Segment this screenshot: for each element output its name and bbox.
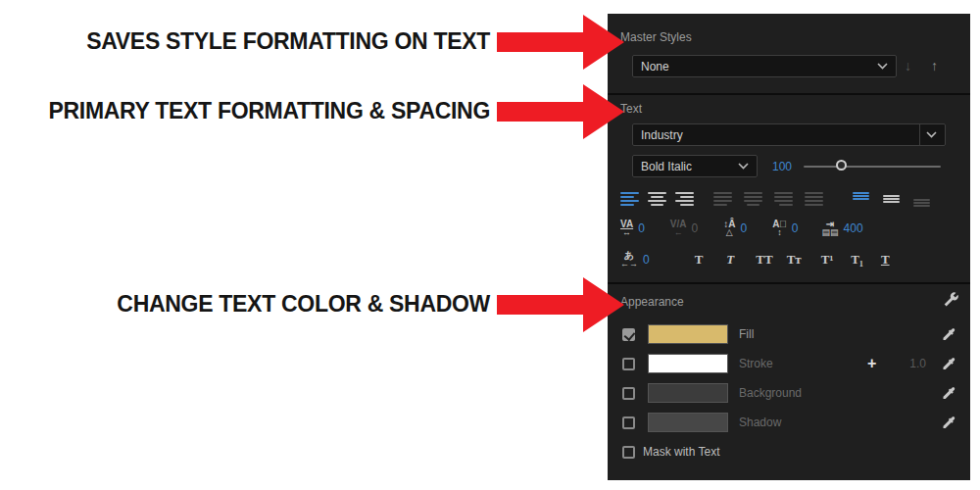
arrow-body [497,102,583,122]
subscript-button[interactable]: T₁ [851,252,863,268]
chevron-down-icon [738,163,749,170]
superscript-button[interactable]: T¹ [821,252,834,268]
tutorial-graphic: SAVES STYLE FORMATTING ON TEXT PRIMARY T… [0,0,980,490]
alignment-toolbar [620,188,957,210]
section-divider [608,93,970,95]
justify-all-button[interactable] [805,192,823,207]
align-left-button[interactable] [620,192,639,207]
arrow-icon [497,277,624,332]
tracking-control[interactable]: VA↔ 0 [620,220,645,237]
vertical-align-bottom-button[interactable] [913,192,930,207]
font-family-dropdown[interactable]: Industry [632,123,946,146]
baseline-shift-value[interactable]: 0 [792,221,799,235]
stroke-label: Stroke [739,357,773,370]
eyedropper-icon[interactable] [940,415,956,430]
underline-button[interactable]: T [881,252,890,268]
kerning-control[interactable]: V/A← 0 [670,220,698,237]
kerning-value[interactable]: 0 [692,221,699,235]
justify-last-right-button[interactable] [774,192,793,207]
arrow-body [497,295,583,315]
tracking-icon: VA↔ [620,220,633,237]
push-style-down-button[interactable]: ↓ [905,58,911,74]
arrow-icon [497,15,624,70]
fill-row: Fill [622,323,956,345]
font-family-value: Industry [641,128,913,142]
stroke-swatch[interactable] [648,354,728,373]
leading-control[interactable]: ↕Â△ 0 [723,220,747,237]
font-style-value: Bold Italic [641,160,732,173]
leading-icon: ↕Â△ [723,220,735,237]
stroke-width-value[interactable]: 1.0 [909,357,926,370]
annotation-master-styles: SAVES STYLE FORMATTING ON TEXT [0,28,490,55]
all-caps-button[interactable]: TT [756,252,772,268]
tsume-control[interactable]: あ←→ 0 [620,251,650,269]
tab-width-icon: ⇥▤▤ [822,220,839,237]
font-style-dropdown[interactable]: Bold Italic [632,155,758,177]
tracking-value[interactable]: 0 [638,221,645,235]
fill-label: Fill [739,327,754,341]
align-center-button[interactable] [648,192,666,207]
fill-swatch[interactable] [648,324,728,344]
add-stroke-icon[interactable]: + [867,356,876,371]
font-size-slider[interactable] [804,155,941,177]
justify-last-center-button[interactable] [744,192,762,207]
arrow-head [583,277,624,332]
tsume-icon: あ←→ [620,251,638,269]
shadow-swatch[interactable] [648,413,728,432]
text-style-row: あ←→ 0 T T TT Tᴛ T¹ T₁ T [620,247,957,272]
appearance-section-label: Appearance [620,295,684,309]
font-size-value[interactable]: 100 [772,160,792,173]
essential-graphics-panel: Master Styles None ↓ ↑ Text Industry Bol… [608,14,970,480]
faux-italic-button[interactable]: T [726,252,734,268]
arrow-body [497,32,583,52]
tsume-value[interactable]: 0 [643,253,650,267]
wrench-icon[interactable] [942,290,958,307]
arrow-head [583,15,624,70]
kerning-icon: V/A← [670,220,687,237]
eyedropper-icon[interactable] [940,385,956,401]
faux-bold-button[interactable]: T [695,252,704,268]
shadow-label: Shadow [739,416,781,429]
master-styles-label: Master Styles [620,30,692,44]
chevron-down-icon [919,124,937,145]
eyedropper-icon[interactable] [940,326,956,342]
spacing-controls-row: VA↔ 0 V/A← 0 ↕Â△ 0 A⃙↕ 0 ⇥▤▤ 400 [620,216,957,241]
shadow-row: Shadow [622,412,956,433]
baseline-shift-control[interactable]: A⃙↕ 0 [772,220,798,237]
master-styles-value: None [641,60,871,74]
background-label: Background [739,386,802,400]
small-caps-button[interactable]: Tᴛ [787,252,802,268]
eyedropper-icon[interactable] [940,356,956,371]
mask-with-text-checkbox[interactable] [622,446,635,459]
tab-width-value[interactable]: 400 [844,221,863,235]
annotation-appearance: CHANGE TEXT COLOR & SHADOW [0,291,490,318]
justify-last-left-button[interactable] [713,192,732,207]
shadow-checkbox[interactable] [622,416,635,429]
leading-value[interactable]: 0 [740,221,747,235]
background-swatch[interactable] [648,383,728,403]
baseline-shift-icon: A⃙↕ [772,220,787,237]
vertical-align-top-button[interactable] [853,192,869,207]
background-row: Background [622,382,956,404]
stroke-checkbox[interactable] [622,358,635,370]
mask-with-text-row: Mask with Text [622,445,719,459]
tab-width-control[interactable]: ⇥▤▤ 400 [822,220,863,237]
push-style-up-button[interactable]: ↑ [931,58,938,74]
vertical-align-center-button[interactable] [883,192,900,207]
arrow-icon [497,84,624,139]
slider-handle[interactable] [836,160,847,171]
slider-track[interactable] [804,166,941,168]
stroke-row: Stroke + 1.0 [622,353,956,374]
chevron-down-icon [877,63,888,70]
arrow-head [583,84,624,139]
master-styles-dropdown[interactable]: None [632,55,897,77]
mask-with-text-label: Mask with Text [643,445,719,459]
annotation-text-formatting: PRIMARY TEXT FORMATTING & SPACING [0,98,490,124]
align-right-button[interactable] [675,192,694,207]
background-checkbox[interactable] [622,387,635,400]
section-divider [608,282,970,284]
